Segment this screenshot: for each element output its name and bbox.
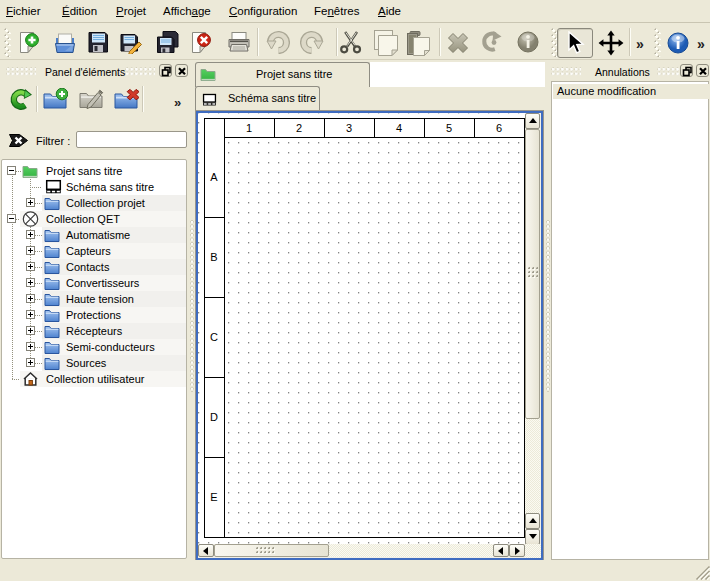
svg-text:E: E bbox=[210, 491, 217, 503]
svg-text:5: 5 bbox=[446, 122, 452, 134]
svg-text:C: C bbox=[210, 331, 218, 343]
svg-text:6: 6 bbox=[496, 122, 502, 134]
svg-text:4: 4 bbox=[396, 122, 402, 134]
svg-text:B: B bbox=[210, 251, 217, 263]
svg-text:D: D bbox=[210, 411, 218, 423]
svg-text:2: 2 bbox=[296, 122, 302, 134]
svg-text:1: 1 bbox=[246, 122, 252, 134]
svg-text:3: 3 bbox=[346, 122, 352, 134]
svg-text:A: A bbox=[210, 171, 218, 183]
